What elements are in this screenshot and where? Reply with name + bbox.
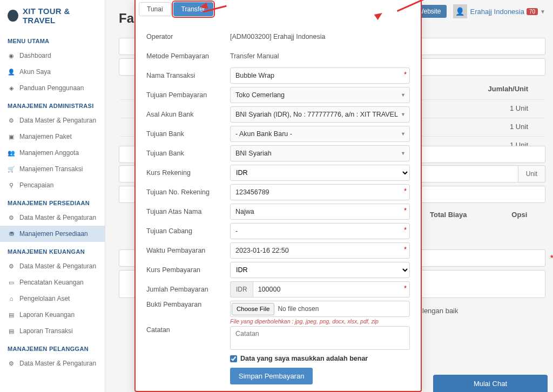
notification-badge: 70 [527,8,538,15]
label-asal-akun-bank: Asal Akun Bank [146,111,230,118]
sidebar-item-label: Panduan Penggunaan [19,84,84,92]
sidebar-item-label: Data Master & Pengaturan [19,117,96,124]
sidebar-item-label: Akun Saya [19,68,51,76]
cart-icon: 🛒 [8,165,15,173]
section-administrasi: MANAJEMEN ADMINISTRASI [0,96,105,112]
gear-icon: ⚙ [8,117,15,124]
label-kurs-pembayaran: Kurs Pembayaran [146,266,230,274]
sidebar-item-data-master-admin[interactable]: ⚙Data Master & Pengaturan [0,112,105,129]
sidebar-item-dashboard[interactable]: ◉Dashboard [0,48,105,64]
sidebar-item-label: Data Master & Pengaturan [19,262,96,270]
sidebar-item-label: Manajemen Paket [19,133,72,140]
sidebar-item-label: Manajemen Anggota [19,149,79,157]
value-operator: [ADM003200] Erahajj Indonesia [230,31,410,43]
brand: XIT TOUR & TRAVEL [0,0,105,31]
sidebar-item-label: Manajemen Persediaan [19,230,88,238]
select-kurs-rekening[interactable]: IDR [230,165,410,181]
user-name[interactable]: Erahajj Indonesia [470,8,524,16]
tab-tunai[interactable]: Tunai [139,2,171,16]
file-name-text: No file chosen [278,305,319,313]
chat-label: Mulai Chat [474,380,507,388]
section-menu-utama: MENU UTAMA [0,31,105,48]
label-bukti: Bukti Pembayaran [146,301,230,308]
sidebar-item-label: Manajemen Transaksi [19,165,83,173]
user-icon: 👤 [8,68,15,76]
input-no-rekening[interactable] [230,184,410,200]
input-cabang[interactable] [230,223,410,239]
brand-icon [8,10,18,22]
sidebar-item-label: Data Master & Pengaturan [19,214,96,221]
select-kurs-pembayaran[interactable]: IDR [230,262,410,278]
payment-modal: Tunai Transfer Operator [ADM003200] Erah… [134,0,422,392]
input-atas-nama[interactable] [230,204,410,220]
asset-icon: ⌂ [8,295,15,302]
target-icon: ⚲ [8,181,15,189]
value-metode: Transfer Manual [230,50,410,62]
report-icon: ▤ [8,327,15,335]
sidebar-item-data-master-keuangan[interactable]: ⚙Data Master & Pengaturan [0,258,105,274]
label-waktu: Waktu Pembayaran [146,247,230,254]
currency-addon: IDR [230,281,253,298]
sidebar-item-label: Pencatatan Keuangan [19,279,84,286]
users-icon: 👥 [8,149,15,157]
sidebar-item-laporan-keuangan[interactable]: ▤Laporan Keuangan [0,307,105,323]
gear-icon: ⚙ [8,214,15,221]
sidebar-item-data-master-pelanggan[interactable]: ⚙Data Master & Pengaturan [0,355,105,371]
sidebar-item-data-master-persediaan[interactable]: ⚙Data Master & Pengaturan [0,209,105,226]
section-pelanggan: MANAJEMEN PELANGGAN [0,339,105,355]
sidebar-item-label: Pencapaian [19,181,53,189]
label-kurs-rekening: Kurs Rekening [146,169,230,177]
label-cabang: Tujuan Cabang [146,227,230,235]
input-waktu[interactable] [230,242,410,259]
tab-transfer[interactable]: Transfer [173,2,213,16]
sidebar-item-label: Data Master & Pengaturan [19,360,96,367]
input-jumlah[interactable] [253,281,410,298]
select-tujuan-bank-1[interactable]: - Akun Bank Baru - [230,126,410,142]
file-hint: File yang diperbolehkan : jpg, jpeg, png… [230,318,410,325]
sidebar-item-panduan[interactable]: ◈Panduan Penggunaan [0,80,105,96]
sidebar-item-paket[interactable]: ▣Manajemen Paket [0,129,105,145]
sidebar-item-label: Pengelolaan Aset [19,295,70,302]
chat-button[interactable]: Mulai Chat [433,375,548,392]
report-icon: ▤ [8,311,15,319]
label-jumlah: Jumlah Pembayaran [146,286,230,293]
form-body: Operator [ADM003200] Erahajj Indonesia M… [136,16,421,390]
sidebar-item-laporan-transaksi[interactable]: ▤Laporan Transaksi [0,323,105,339]
label-tujuan-bank-2: Tujuan Bank [146,150,230,157]
choose-file-button[interactable]: Choose File [232,303,274,315]
sidebar-item-label: Laporan Keuangan [19,311,75,319]
file-input-wrap[interactable]: Choose File No file chosen [230,301,410,317]
chevron-down-icon[interactable]: ▼ [540,9,545,15]
label-catatan: Catatan [146,326,230,334]
textarea-catatan[interactable] [230,326,410,350]
required-marker: * [550,254,553,263]
package-icon: ▣ [8,133,15,140]
sidebar-item-manajemen-persediaan[interactable]: ⛃Manajemen Persediaan [0,226,105,242]
sidebar-item-pencatatan-keuangan[interactable]: ▭Pencatatan Keuangan [0,274,105,290]
sidebar-item-pengelolaan-aset[interactable]: ⌂Pengelolaan Aset [0,290,105,307]
select-tujuan-pembayaran[interactable]: Toko Cemerlang [230,87,410,103]
brand-text: XIT TOUR & TRAVEL [23,6,97,25]
confirm-label: Data yang saya masukkan adalah benar [240,355,368,362]
dashboard-icon: ◉ [8,52,15,59]
sidebar: XIT TOUR & TRAVEL MENU UTAMA ◉Dashboard … [0,0,105,392]
ledger-icon: ▭ [8,279,15,286]
label-tujuan-pembayaran: Tujuan Pembayaran [146,91,230,99]
sidebar-item-label: Laporan Transaksi [19,327,73,335]
label-no-rekening: Tujuan No. Rekening [146,188,230,196]
sidebar-item-akun-saya[interactable]: 👤Akun Saya [0,64,105,80]
guide-icon: ◈ [8,84,15,92]
col-opsi: Opsi [495,205,544,224]
confirm-checkbox[interactable] [230,355,237,362]
section-persediaan: MANAJEMEN PERSEDIAAN [0,193,105,209]
input-nama-transaksi[interactable] [230,67,410,84]
select-tujuan-bank-2[interactable]: BNI Syariah [230,145,410,161]
select-asal-akun-bank[interactable]: BNI Syariah (IDR), No : 777777776, a/n :… [230,106,410,123]
page-title: Fa [119,11,134,26]
sidebar-item-anggota[interactable]: 👥Manajemen Anggota [0,145,105,161]
avatar[interactable]: 👤 [453,4,467,18]
submit-button[interactable]: Simpan Pembayaran [230,368,313,384]
sidebar-item-label: Dashboard [19,52,51,59]
sidebar-item-pencapaian[interactable]: ⚲Pencapaian [0,177,105,193]
sidebar-item-transaksi[interactable]: 🛒Manajemen Transaksi [0,161,105,177]
